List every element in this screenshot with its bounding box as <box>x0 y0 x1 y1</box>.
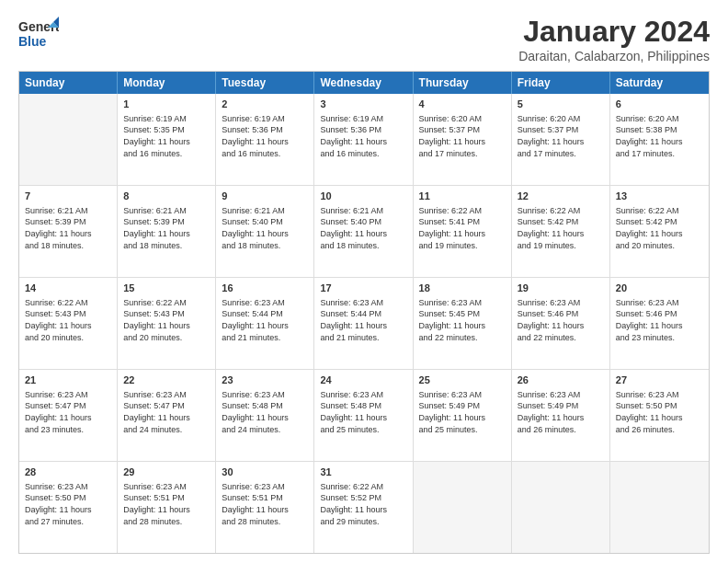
day-number: 20 <box>616 282 703 295</box>
calendar-cell: 11Sunrise: 6:22 AM Sunset: 5:41 PM Dayli… <box>414 186 512 277</box>
day-info: Sunrise: 6:20 AM Sunset: 5:37 PM Dayligh… <box>419 113 506 159</box>
day-number: 2 <box>222 98 308 111</box>
day-info: Sunrise: 6:23 AM Sunset: 5:49 PM Dayligh… <box>518 389 604 435</box>
day-number: 27 <box>616 373 703 387</box>
day-info: Sunrise: 6:23 AM Sunset: 5:50 PM Dayligh… <box>616 389 703 435</box>
day-info: Sunrise: 6:20 AM Sunset: 5:37 PM Dayligh… <box>518 113 604 159</box>
calendar-cell: 17Sunrise: 6:23 AM Sunset: 5:44 PM Dayli… <box>314 278 413 369</box>
calendar: Sunday Monday Tuesday Wednesday Thursday… <box>18 71 710 554</box>
day-number: 11 <box>419 190 506 203</box>
calendar-cell: 26Sunrise: 6:23 AM Sunset: 5:49 PM Dayli… <box>512 370 610 461</box>
day-number: 28 <box>25 465 111 479</box>
calendar-cell <box>610 462 709 553</box>
day-number: 5 <box>518 98 604 111</box>
header-sunday: Sunday <box>19 72 118 94</box>
day-info: Sunrise: 6:20 AM Sunset: 5:38 PM Dayligh… <box>616 113 703 159</box>
day-number: 12 <box>518 190 604 203</box>
day-number: 29 <box>123 465 210 479</box>
calendar-cell: 19Sunrise: 6:23 AM Sunset: 5:46 PM Dayli… <box>512 278 610 369</box>
day-number: 9 <box>222 190 308 203</box>
page: General Blue January 2024 Daraitan, Cala… <box>0 0 728 563</box>
calendar-subtitle: Daraitan, Calabarzon, Philippines <box>518 49 710 63</box>
day-info: Sunrise: 6:22 AM Sunset: 5:52 PM Dayligh… <box>320 481 406 527</box>
calendar-cell <box>414 462 512 553</box>
day-info: Sunrise: 6:23 AM Sunset: 5:45 PM Dayligh… <box>419 297 506 343</box>
day-info: Sunrise: 6:23 AM Sunset: 5:48 PM Dayligh… <box>320 389 406 435</box>
header-wednesday: Wednesday <box>314 72 413 94</box>
calendar-cell: 1Sunrise: 6:19 AM Sunset: 5:35 PM Daylig… <box>118 94 216 185</box>
calendar-cell: 18Sunrise: 6:23 AM Sunset: 5:45 PM Dayli… <box>414 278 512 369</box>
day-info: Sunrise: 6:22 AM Sunset: 5:41 PM Dayligh… <box>419 205 506 251</box>
day-info: Sunrise: 6:23 AM Sunset: 5:44 PM Dayligh… <box>222 297 308 343</box>
calendar-week-5: 28Sunrise: 6:23 AM Sunset: 5:50 PM Dayli… <box>19 462 709 553</box>
calendar-cell: 10Sunrise: 6:21 AM Sunset: 5:40 PM Dayli… <box>314 186 413 277</box>
day-info: Sunrise: 6:21 AM Sunset: 5:40 PM Dayligh… <box>222 205 308 251</box>
calendar-cell: 27Sunrise: 6:23 AM Sunset: 5:50 PM Dayli… <box>610 370 709 461</box>
calendar-week-2: 7Sunrise: 6:21 AM Sunset: 5:39 PM Daylig… <box>19 186 709 278</box>
calendar-week-3: 14Sunrise: 6:22 AM Sunset: 5:43 PM Dayli… <box>19 278 709 370</box>
day-info: Sunrise: 6:23 AM Sunset: 5:47 PM Dayligh… <box>25 389 111 435</box>
calendar-cell: 24Sunrise: 6:23 AM Sunset: 5:48 PM Dayli… <box>314 370 413 461</box>
calendar-cell: 9Sunrise: 6:21 AM Sunset: 5:40 PM Daylig… <box>216 186 314 277</box>
day-info: Sunrise: 6:22 AM Sunset: 5:43 PM Dayligh… <box>25 297 111 343</box>
day-number: 7 <box>25 190 111 203</box>
day-info: Sunrise: 6:23 AM Sunset: 5:51 PM Dayligh… <box>222 481 308 527</box>
day-info: Sunrise: 6:19 AM Sunset: 5:36 PM Dayligh… <box>222 113 308 159</box>
calendar-cell: 8Sunrise: 6:21 AM Sunset: 5:39 PM Daylig… <box>118 186 216 277</box>
calendar-cell: 22Sunrise: 6:23 AM Sunset: 5:47 PM Dayli… <box>118 370 216 461</box>
calendar-cell: 5Sunrise: 6:20 AM Sunset: 5:37 PM Daylig… <box>512 94 610 185</box>
header: General Blue January 2024 Daraitan, Cala… <box>18 15 710 63</box>
calendar-cell: 7Sunrise: 6:21 AM Sunset: 5:39 PM Daylig… <box>19 186 118 277</box>
logo: General Blue <box>18 15 59 52</box>
day-info: Sunrise: 6:23 AM Sunset: 5:49 PM Dayligh… <box>419 389 506 435</box>
day-number: 14 <box>25 282 111 295</box>
day-number: 26 <box>518 373 604 387</box>
day-info: Sunrise: 6:23 AM Sunset: 5:50 PM Dayligh… <box>25 481 111 527</box>
day-number: 16 <box>222 282 308 295</box>
day-info: Sunrise: 6:21 AM Sunset: 5:39 PM Dayligh… <box>25 205 111 251</box>
calendar-cell: 13Sunrise: 6:22 AM Sunset: 5:42 PM Dayli… <box>610 186 709 277</box>
day-info: Sunrise: 6:22 AM Sunset: 5:42 PM Dayligh… <box>518 205 604 251</box>
day-number: 23 <box>222 373 308 387</box>
title-block: January 2024 Daraitan, Calabarzon, Phili… <box>518 15 710 63</box>
day-info: Sunrise: 6:19 AM Sunset: 5:35 PM Dayligh… <box>123 113 210 159</box>
day-number: 13 <box>616 190 703 203</box>
day-number: 21 <box>25 373 111 387</box>
day-info: Sunrise: 6:23 AM Sunset: 5:47 PM Dayligh… <box>123 389 210 435</box>
day-number: 31 <box>320 465 406 479</box>
day-info: Sunrise: 6:19 AM Sunset: 5:36 PM Dayligh… <box>320 113 406 159</box>
day-number: 15 <box>123 282 210 295</box>
calendar-title: January 2024 <box>518 15 710 49</box>
header-tuesday: Tuesday <box>216 72 314 94</box>
header-monday: Monday <box>118 72 216 94</box>
day-number: 30 <box>222 465 308 479</box>
day-number: 4 <box>419 98 506 111</box>
header-thursday: Thursday <box>414 72 512 94</box>
header-saturday: Saturday <box>610 72 709 94</box>
calendar-cell <box>512 462 610 553</box>
calendar-week-1: 1Sunrise: 6:19 AM Sunset: 5:35 PM Daylig… <box>19 94 709 186</box>
calendar-cell: 21Sunrise: 6:23 AM Sunset: 5:47 PM Dayli… <box>19 370 118 461</box>
day-number: 3 <box>320 98 406 111</box>
day-number: 18 <box>419 282 506 295</box>
calendar-cell: 30Sunrise: 6:23 AM Sunset: 5:51 PM Dayli… <box>216 462 314 553</box>
header-friday: Friday <box>512 72 610 94</box>
day-info: Sunrise: 6:23 AM Sunset: 5:48 PM Dayligh… <box>222 389 308 435</box>
day-info: Sunrise: 6:23 AM Sunset: 5:51 PM Dayligh… <box>123 481 210 527</box>
calendar-cell: 2Sunrise: 6:19 AM Sunset: 5:36 PM Daylig… <box>216 94 314 185</box>
day-number: 24 <box>320 373 406 387</box>
calendar-cell: 6Sunrise: 6:20 AM Sunset: 5:38 PM Daylig… <box>610 94 709 185</box>
day-info: Sunrise: 6:21 AM Sunset: 5:39 PM Dayligh… <box>123 205 210 251</box>
calendar-cell: 29Sunrise: 6:23 AM Sunset: 5:51 PM Dayli… <box>118 462 216 553</box>
calendar-cell: 31Sunrise: 6:22 AM Sunset: 5:52 PM Dayli… <box>314 462 413 553</box>
day-info: Sunrise: 6:22 AM Sunset: 5:42 PM Dayligh… <box>616 205 703 251</box>
day-info: Sunrise: 6:23 AM Sunset: 5:44 PM Dayligh… <box>320 297 406 343</box>
day-number: 19 <box>518 282 604 295</box>
calendar-cell: 28Sunrise: 6:23 AM Sunset: 5:50 PM Dayli… <box>19 462 118 553</box>
calendar-cell: 15Sunrise: 6:22 AM Sunset: 5:43 PM Dayli… <box>118 278 216 369</box>
calendar-cell: 12Sunrise: 6:22 AM Sunset: 5:42 PM Dayli… <box>512 186 610 277</box>
calendar-cell: 16Sunrise: 6:23 AM Sunset: 5:44 PM Dayli… <box>216 278 314 369</box>
calendar-cell <box>19 94 118 185</box>
day-info: Sunrise: 6:23 AM Sunset: 5:46 PM Dayligh… <box>518 297 604 343</box>
calendar-cell: 20Sunrise: 6:23 AM Sunset: 5:46 PM Dayli… <box>610 278 709 369</box>
